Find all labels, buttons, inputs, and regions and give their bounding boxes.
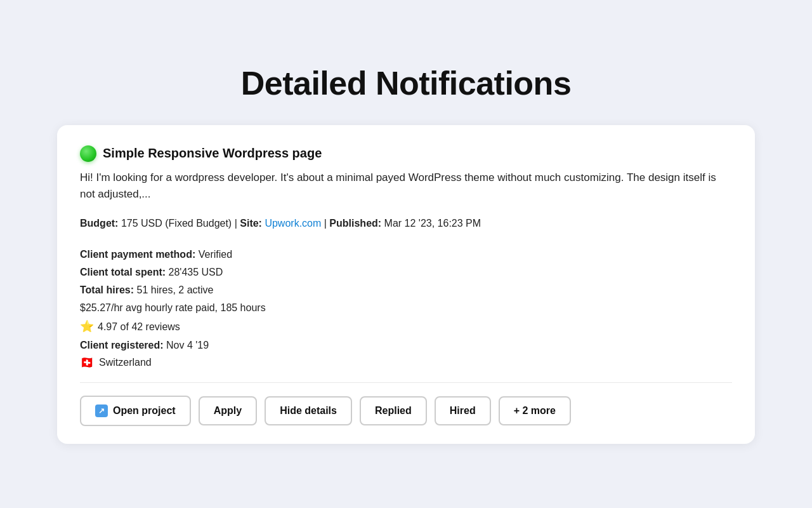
total-spent-label: Client total spent:	[80, 267, 166, 277]
total-spent-row: Client total spent: 28'435 USD	[80, 264, 732, 281]
actions-row: ↗ Open project Apply Hide details Replie…	[80, 396, 732, 426]
hired-button[interactable]: Hired	[435, 396, 491, 425]
published-label: Published:	[329, 218, 381, 229]
open-project-label: Open project	[113, 405, 176, 417]
rating-value: 4.97 of 42 reviews	[98, 318, 180, 336]
meta-line: Budget: 175 USD (Fixed Budget) | Site: U…	[80, 215, 732, 232]
hide-details-label: Hide details	[280, 405, 337, 417]
project-description: Hi! I'm looking for a wordpress develope…	[80, 170, 732, 203]
more-button[interactable]: + 2 more	[499, 396, 571, 425]
hourly-rate-value: $25.27/hr avg hourly rate paid, 185 hour…	[80, 302, 266, 313]
project-title: Simple Responsive Wordpress page	[103, 146, 322, 161]
registered-value: Nov 4 '19	[166, 340, 209, 351]
meta-separator-1: |	[235, 218, 240, 229]
open-project-button[interactable]: ↗ Open project	[80, 396, 191, 426]
more-label: + 2 more	[514, 405, 556, 417]
published-value: Mar 12 '23, 16:23 PM	[384, 218, 481, 229]
registered-label: Client registered:	[80, 340, 164, 351]
replied-button[interactable]: Replied	[360, 396, 427, 425]
budget-value-text: 175 USD (Fixed Budget)	[121, 218, 232, 229]
open-project-icon: ↗	[95, 404, 108, 417]
apply-button[interactable]: Apply	[199, 396, 257, 425]
registered-row: Client registered: Nov 4 '19	[80, 337, 732, 354]
star-icon: ⭐	[80, 317, 94, 337]
notification-card: Simple Responsive Wordpress page Hi! I'm…	[57, 125, 755, 444]
site-label: Site:	[240, 218, 262, 229]
payment-method-label: Client payment method:	[80, 249, 195, 260]
payment-method-value-text: Verified	[199, 249, 232, 260]
hide-details-button[interactable]: Hide details	[265, 396, 352, 425]
hourly-rate-row: $25.27/hr avg hourly rate paid, 185 hour…	[80, 299, 732, 317]
rating-row: ⭐ 4.97 of 42 reviews	[80, 317, 732, 337]
site-link[interactable]: Upwork.com	[265, 218, 321, 229]
total-hires-row: Total hires: 51 hires, 2 active	[80, 281, 732, 299]
details-section: Client payment method: Verified Client t…	[80, 246, 732, 370]
replied-label: Replied	[375, 405, 412, 417]
country-name: Switzerland	[99, 357, 152, 368]
payment-method-row: Client payment method: Verified	[80, 246, 732, 264]
country-row: 🇨🇭 Switzerland	[80, 356, 732, 370]
page-title: Detailed Notifications	[241, 64, 572, 102]
apply-label: Apply	[214, 405, 242, 417]
total-hires-value: 51 hires, 2 active	[137, 284, 214, 295]
status-indicator	[80, 145, 96, 162]
flag-icon: 🇨🇭	[80, 356, 94, 370]
hired-label: Hired	[450, 405, 476, 417]
divider	[80, 382, 732, 383]
card-header: Simple Responsive Wordpress page	[80, 145, 732, 162]
budget-label: Budget:	[80, 218, 118, 229]
total-hires-label: Total hires:	[80, 284, 134, 295]
total-spent-value: 28'435 USD	[169, 267, 223, 277]
